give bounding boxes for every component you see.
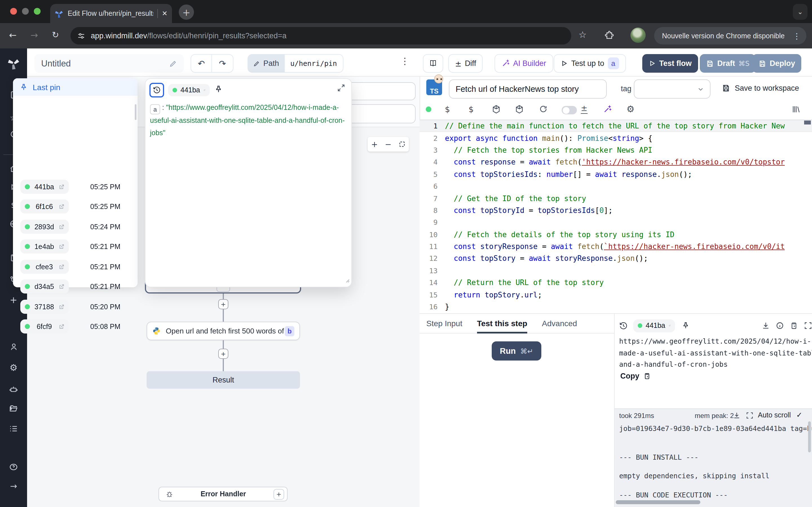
external-link-icon[interactable] (669, 323, 670, 328)
deploy-button[interactable]: Deploy (752, 54, 801, 73)
expand-diagonal-icon[interactable] (337, 84, 345, 92)
add-error-handler-button[interactable]: + (273, 489, 284, 499)
pinned-json-value[interactable]: a : "https://www.geoffreylitt.com/2025/0… (150, 101, 347, 139)
copy-button[interactable]: Copy (620, 372, 651, 380)
docs-book-button[interactable] (423, 54, 443, 73)
external-link-icon[interactable] (59, 264, 64, 270)
library-icon[interactable] (792, 105, 801, 114)
insert-step-button[interactable]: + (218, 299, 229, 309)
download-icon[interactable] (762, 322, 770, 330)
log-download-icon[interactable] (733, 412, 741, 419)
save-to-workspace-button[interactable]: Save to workspace (722, 84, 799, 93)
flow-name-box[interactable]: Untitled (35, 54, 184, 73)
log-vertical-scrollbar[interactable] (808, 421, 811, 452)
code-line[interactable]: 10 // Fetch the details of the top story… (419, 228, 812, 240)
auto-scroll-check-icon[interactable]: ✓ (796, 411, 802, 419)
browser-menu-kebab-icon[interactable]: ⋮ (793, 31, 801, 40)
tab-step-input[interactable]: Step Input (426, 314, 462, 333)
log-fullscreen-icon[interactable] (746, 412, 753, 419)
step-title-input[interactable]: Fetch url of HackerNews top story (449, 79, 607, 99)
code-line[interactable]: 4 const response = await fetch('https://… (419, 156, 812, 168)
bookmark-star-icon[interactable]: ☆ (578, 29, 587, 40)
clipboard-icon[interactable] (790, 322, 798, 330)
path-chip[interactable]: Path u/henri/pin (248, 54, 343, 73)
pin-id-pill[interactable]: 37188 (20, 300, 69, 314)
pin-id-pill[interactable]: 6f1c6 (20, 200, 69, 214)
pin-row[interactable]: 6f1c6 05:25 PM (13, 200, 138, 214)
variables-dollar-icon[interactable]: $ (445, 105, 450, 114)
resize-corner-icon[interactable] (344, 277, 350, 283)
pin-id-pill[interactable]: 2893d (20, 220, 69, 234)
diff-mode-toggle[interactable] (562, 106, 577, 114)
external-link-icon[interactable] (59, 184, 64, 189)
sidebar-item-folders-icon[interactable] (0, 404, 27, 413)
code-editor[interactable]: 1// Define the main function to fetch th… (419, 120, 812, 313)
external-link-icon[interactable] (59, 224, 64, 230)
toolbar-kebab-icon[interactable]: ⋮ (400, 56, 409, 66)
editor-settings-gear-icon[interactable]: ⚙ (626, 104, 635, 114)
code-line[interactable]: 8 const topStoryId = topStoriesIds[0]; (419, 204, 812, 216)
zoom-in-icon[interactable]: + (371, 140, 378, 149)
pin-row[interactable]: 1e4ab 05:21 PM (13, 239, 138, 253)
external-link-icon[interactable] (59, 304, 64, 309)
error-handler-node[interactable]: Error Handler + (158, 487, 288, 501)
pin-id-pill[interactable]: cfee3 (20, 260, 69, 274)
code-line[interactable]: 6 (419, 180, 812, 192)
redo-button[interactable]: ↷ (212, 54, 234, 73)
code-line[interactable]: 2export async function main(): Promise<s… (419, 132, 812, 144)
code-line[interactable]: 5 const topStoriesIds: number[] = await … (419, 168, 812, 180)
draft-button[interactable]: Draft ⌘S (700, 54, 756, 73)
test-up-to-button[interactable]: Test up to a (554, 54, 626, 73)
code-line[interactable]: 1// Define the main function to fetch th… (419, 120, 812, 132)
tab-advanced[interactable]: Advanced (542, 314, 577, 333)
code-line[interactable]: 14 // Return the URL of the top story (419, 277, 812, 289)
code-line[interactable]: 15 return topStory.url; (419, 289, 812, 301)
site-settings-icon[interactable] (77, 32, 85, 40)
back-icon[interactable]: ← (9, 30, 17, 41)
refresh-icon[interactable] (539, 105, 548, 113)
forward-icon[interactable]: → (31, 30, 38, 41)
history-icon[interactable] (619, 321, 627, 330)
edit-pencil-icon[interactable] (169, 59, 177, 67)
sidebar-item-workers-robot-icon[interactable] (0, 385, 27, 394)
browser-tab[interactable]: Edit Flow u/henri/pin_results ✕ (50, 4, 172, 23)
run-button[interactable]: Run ⌘↵ (492, 341, 541, 360)
pin-id-pill[interactable]: d34a5 (20, 279, 69, 293)
external-link-icon[interactable] (59, 284, 64, 289)
last-pin-header[interactable]: Last pin (13, 78, 138, 96)
pin-id-pill[interactable]: 6fcf9 (20, 320, 69, 334)
result-pin-id-pill[interactable]: 441ba (633, 319, 675, 332)
fullscreen-icon[interactable] (804, 322, 812, 330)
plusminus-icon[interactable]: ± (581, 104, 587, 114)
chrome-update-chip[interactable]: Nouvelle version de Chrome disponible ⋮ (654, 27, 806, 45)
package-icon[interactable] (515, 105, 524, 114)
insert-step-button[interactable]: + (218, 349, 229, 359)
external-link-icon[interactable] (59, 204, 64, 209)
pin-id-pill[interactable]: 1e4ab (20, 239, 69, 253)
code-line[interactable]: 7 // Get the ID of the top story (419, 192, 812, 205)
external-link-icon[interactable] (59, 244, 64, 249)
pin-icon[interactable] (214, 85, 223, 94)
code-line[interactable]: 16} (419, 301, 812, 313)
pin-row[interactable]: d34a5 05:21 PM (13, 279, 138, 293)
pin-icon[interactable] (682, 322, 690, 330)
test-flow-button[interactable]: Test flow (642, 54, 698, 73)
info-icon[interactable] (776, 322, 784, 330)
pin-list-scrollbar[interactable] (135, 104, 137, 120)
url-bar[interactable]: app.windmill.dev/flows/edit/u/henri/pin_… (70, 27, 571, 45)
sidebar-collapse-arrow-icon[interactable]: → (0, 481, 27, 491)
extensions-puzzle-icon[interactable] (605, 31, 614, 40)
diff-button[interactable]: ± Diff (448, 54, 483, 73)
python-step-node[interactable]: Open url and fetch first 500 words of ..… (147, 322, 300, 340)
result-url[interactable]: https://www.geoffreylitt.com/2025/04/12/… (619, 336, 809, 371)
log-horizontal-scrollbar[interactable] (616, 500, 700, 504)
fit-view-icon[interactable] (398, 141, 405, 148)
pin-row[interactable]: 6fcf9 05:08 PM (13, 320, 138, 334)
window-close-button[interactable] (10, 8, 17, 15)
zoom-out-icon[interactable]: − (385, 140, 391, 149)
package-icon[interactable] (492, 105, 501, 114)
log-panel[interactable]: job=019634e7-9d30-b7cb-1e89-03a64ed441ba… (615, 408, 812, 507)
popup-pin-id-pill[interactable]: 441ba (168, 84, 210, 96)
code-line[interactable]: 3 // Fetch the top stories from Hacker N… (419, 144, 812, 156)
external-link-icon[interactable] (204, 87, 205, 93)
